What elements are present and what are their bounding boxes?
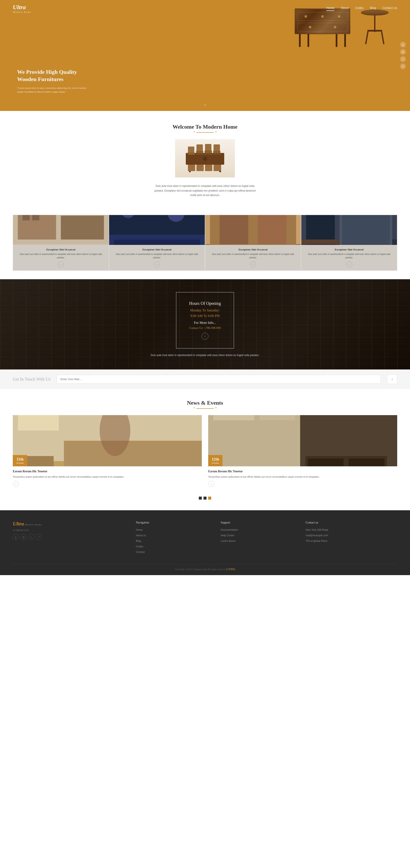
footer-bottom: Copyright © 2016 Company name All rights… — [13, 564, 397, 571]
social-twitter[interactable]: t — [400, 56, 406, 62]
contact-bar-label: Get In Touch With Us — [13, 377, 50, 382]
nav-contact[interactable]: Contact Us — [382, 6, 397, 11]
svg-rect-10 — [213, 151, 221, 153]
footer-social-icons: g in t f — [13, 534, 127, 540]
footer: Ultra Modern Home +2 100 222 1172 g in t… — [0, 510, 410, 575]
footer-copyright: Copyright © 2016 Company name All rights… — [175, 568, 225, 570]
hero-content: We Provide High Quality Wooden Furniture… — [17, 68, 90, 94]
svg-rect-58 — [308, 458, 343, 466]
feature-image-4 — [301, 215, 397, 245]
feature-desc-1: Duis aute irure dolor in reprehenderit i… — [16, 253, 106, 259]
footer-social-linkedin[interactable]: in — [21, 534, 27, 540]
features-grid: Excepteur Sint Occaecat Duis aute irure … — [13, 215, 397, 271]
footer-contact-email: mail@example.com — [305, 533, 397, 537]
contact-bar: Get In Touch With Us › — [0, 369, 410, 389]
footer-support: Support Documentation Help Center Lorem … — [221, 521, 297, 556]
footer-nav-home: Home — [136, 528, 212, 532]
social-google[interactable]: g — [400, 42, 406, 48]
feature-title-1: Excepteur Sint Occaecat — [16, 248, 106, 251]
nav-links: Home About Codes Blog Contact Us — [326, 6, 397, 11]
news-title-1: Earum Rerum Hic Tenetur — [13, 470, 202, 473]
feature-image-1 — [13, 215, 109, 245]
svg-rect-4 — [197, 145, 203, 152]
footer-logo-name: Ultra — [13, 521, 24, 526]
news-card-1: 11th October Earum Rerum Hic Tenetur Tem… — [13, 415, 202, 490]
news-date-1: 11th October — [13, 455, 27, 466]
footer-email-link[interactable]: mail@example.com — [305, 534, 328, 537]
nav-blog[interactable]: Blog — [370, 6, 376, 11]
welcome-title: Modern Home — [203, 124, 237, 130]
news-pagination-dots — [13, 497, 397, 500]
contact-email-input[interactable] — [57, 375, 381, 383]
news-divider — [197, 408, 213, 409]
news-card-2: 12th October Earum Rerum Hic Tenetur Tem… — [208, 415, 397, 490]
footer-contact: Contact us New York Still Road mail@exam… — [305, 521, 397, 556]
footer-contact-address: New York Still Road — [305, 528, 397, 532]
feature-body-2: Excepteur Sint Occaecat Duis aute irure … — [109, 245, 205, 271]
footer-brand-name: Ultra Modern Home — [13, 521, 127, 527]
svg-rect-43 — [301, 240, 340, 244]
feature-arrow-1[interactable]: › — [58, 261, 64, 268]
footer-support-title: Support — [221, 521, 297, 524]
welcome-description: Duis aute irure dolor in reprehenderit i… — [152, 184, 258, 198]
hero-scroll-arrow[interactable]: ⌄ — [203, 101, 207, 107]
contact-submit-button[interactable]: › — [387, 375, 397, 384]
footer-social-twitter[interactable]: t — [28, 534, 34, 540]
feature-image-2 — [109, 215, 205, 245]
footer-support-lorem: Lorem Ipsum — [221, 539, 297, 543]
svg-rect-34 — [219, 215, 248, 244]
news-date-2: 12th October — [208, 455, 223, 466]
welcome-divider — [197, 132, 213, 133]
footer-address-link: New York Still Road — [305, 528, 328, 531]
welcome-heading: Welcome To Modern Home — [4, 124, 406, 130]
svg-rect-41 — [342, 215, 390, 245]
news-title-2: Earum Rerum Hic Tenetur — [208, 470, 397, 473]
svg-rect-13 — [205, 165, 212, 171]
feature-arrow-3[interactable]: › — [250, 261, 256, 268]
opening-section: Hours Of Opening Monday To Saturday: 9:0… — [0, 279, 410, 369]
svg-rect-55 — [213, 415, 254, 420]
news-body-2: Earum Rerum Hic Tenetur Temporibus autem… — [208, 466, 397, 490]
news-body-1: Earum Rerum Hic Tenetur Temporibus autem… — [13, 466, 202, 490]
feature-card-4: Excepteur Sint Occaecat Duis aute irure … — [301, 215, 397, 271]
social-facebook[interactable]: f — [400, 64, 406, 69]
navbar: Ultra Modern Home Home About Codes Blog … — [0, 0, 410, 17]
footer-brand: Ultra Modern Home +2 100 222 1172 g in t… — [13, 521, 127, 556]
feature-arrow-4[interactable]: › — [346, 261, 352, 268]
hero-headline: We Provide High Quality Wooden Furniture… — [17, 68, 90, 83]
feature-title-3: Excepteur Sint Occaecat — [208, 248, 298, 251]
news-desc-2: Temporibus autem quibusdam et aut offici… — [208, 475, 397, 479]
news-arrow-2[interactable]: › — [208, 481, 214, 487]
footer-social-google[interactable]: g — [13, 534, 19, 540]
footer-phone: +2 100 222 1172 — [13, 529, 127, 531]
brand-logo[interactable]: Ultra Modern Home — [13, 4, 31, 13]
news-heading-emphasis: & Events — [201, 400, 223, 406]
svg-rect-50 — [23, 456, 54, 466]
svg-rect-56 — [259, 415, 295, 420]
news-dot-1[interactable] — [199, 497, 202, 500]
footer-contact-postal: 754 of global Place — [305, 539, 397, 543]
feature-title-4: Excepteur Sint Occaecat — [304, 248, 394, 251]
news-arrow-1[interactable]: › — [13, 481, 19, 487]
social-linkedin[interactable]: in — [400, 49, 406, 55]
nav-home[interactable]: Home — [326, 6, 334, 11]
news-dot-3[interactable] — [208, 497, 211, 500]
footer-nav-codes: Codes — [136, 545, 212, 548]
news-section: News & Events 11th October — [0, 389, 410, 510]
footer-social-facebook[interactable]: f — [36, 534, 42, 540]
feature-arrow-2[interactable]: › — [154, 261, 160, 268]
nav-about[interactable]: About — [341, 6, 349, 11]
footer-copyright-link[interactable]: 公司网站 — [226, 568, 235, 570]
nav-codes[interactable]: Codes — [355, 6, 363, 11]
news-dot-2[interactable] — [204, 497, 206, 500]
hero-social-icons: g in t f — [400, 42, 406, 69]
feature-desc-3: Duis aute irure dolor in reprehenderit i… — [208, 253, 298, 259]
footer-support-list: Documentation Help Center Lorem Ipsum — [221, 528, 297, 543]
footer-support-help: Help Center — [221, 533, 297, 537]
brand-name: Ultra — [13, 4, 31, 11]
feature-desc-4: Duis aute irure dolor in reprehenderit i… — [304, 253, 394, 259]
opening-tagline: Duis aute irure dolor in reprehenderit i… — [151, 354, 260, 357]
svg-rect-59 — [349, 458, 384, 466]
feature-title-2: Excepteur Sint Occaecat — [112, 248, 202, 251]
news-grid: 11th October Earum Rerum Hic Tenetur Tem… — [13, 415, 397, 490]
